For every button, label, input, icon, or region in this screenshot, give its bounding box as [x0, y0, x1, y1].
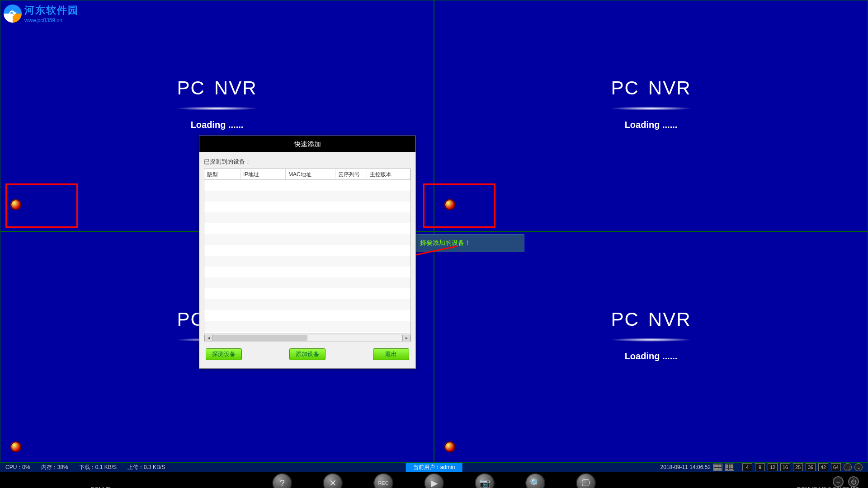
watermark-title: 河东软件园	[24, 4, 79, 17]
log-query-button[interactable]: 🔍日志查询	[524, 473, 547, 488]
title-underline	[592, 337, 710, 343]
title-underline	[158, 105, 276, 112]
current-user: 当前用户：admin	[406, 463, 462, 472]
layout-36-button[interactable]: 36	[806, 463, 816, 471]
record-indicator-icon	[444, 441, 455, 452]
layout-4-button[interactable]: 4	[742, 463, 752, 471]
layout-9-button[interactable]: 9	[755, 463, 765, 471]
probed-devices-label: 已探测到的设备：	[204, 158, 411, 166]
watermark-url: www.pc0359.cn	[24, 17, 79, 23]
upload-speed: 上传：0.3 KB/S	[127, 464, 165, 471]
device-table: 版型 IP地址 MAC地址 云序列号 主控版本 ◂ ▸	[204, 169, 411, 342]
play-icon: ▶	[424, 473, 444, 488]
layout-25-button[interactable]: 25	[793, 463, 803, 471]
app-version: PCNVR V2.0 20170423	[797, 486, 859, 488]
col-ip[interactable]: IP地址	[241, 169, 286, 179]
camera-icon: 📷	[475, 473, 495, 488]
rec-icon: REC	[373, 473, 393, 488]
fullscreen-button[interactable]: ⬚	[844, 463, 852, 471]
channel-title: PCNVR	[611, 309, 691, 330]
cpu-usage: CPU：0%	[5, 464, 30, 471]
channel-title: PCNVR	[177, 77, 257, 99]
channel-2[interactable]: PCNVR Loading ......	[434, 0, 868, 231]
monitor-icon: 🖵	[576, 473, 596, 488]
layout-3x3-icon[interactable]	[725, 464, 734, 471]
app-name: PCNVR	[90, 486, 111, 488]
layout-2x2-icon[interactable]	[713, 464, 722, 471]
snapshot-button[interactable]: 📷抓拍图像	[473, 473, 496, 488]
scroll-thumb[interactable]	[213, 335, 307, 341]
channel-4[interactable]: PCNVR Loading ......	[434, 231, 868, 463]
horizontal-scrollbar[interactable]: ◂ ▸	[204, 333, 410, 342]
channel-title: PCNVR	[611, 77, 691, 99]
download-speed: 下载：0.1 KB/S	[79, 464, 117, 471]
quick-add-dialog: 快速添加 已探测到的设备： 版型 IP地址 MAC地址 云序列号 主控版本 ◂ …	[199, 136, 416, 369]
toolbar-buttons: ?设备管理 ✕系统参数 REC录像全开 ▶录像回放 📷抓拍图像 🔍日志查询 🖵用…	[270, 473, 598, 488]
col-fw-version[interactable]: 主控版本	[367, 169, 410, 179]
exit-button[interactable]: 退出	[373, 348, 409, 360]
col-mac[interactable]: MAC地址	[286, 169, 335, 179]
layout-42-button[interactable]: 42	[818, 463, 828, 471]
loading-text: Loading ......	[625, 351, 678, 361]
loading-text: Loading ......	[191, 120, 244, 130]
watermark-logo: ⟳	[4, 5, 22, 23]
layout-64-button[interactable]: 64	[831, 463, 841, 471]
scroll-right-icon[interactable]: ▸	[402, 335, 410, 341]
status-bar: CPU：0% 内存：38% 下载：0.1 KB/S 上传：0.3 KB/S 当前…	[0, 463, 868, 472]
col-model[interactable]: 版型	[204, 169, 241, 179]
main-toolbar: PCNVR ?设备管理 ✕系统参数 REC录像全开 ▶录像回放 📷抓拍图像 🔍日…	[0, 472, 868, 488]
title-underline	[592, 105, 710, 112]
memory-usage: 内存：38%	[41, 464, 68, 471]
device-manage-button[interactable]: ?设备管理	[270, 473, 294, 488]
record-indicator-icon	[10, 441, 21, 452]
loading-text: Loading ......	[625, 120, 678, 130]
col-cloud-sn[interactable]: 云序列号	[335, 169, 367, 179]
collapse-button[interactable]: ⌄	[854, 463, 863, 471]
playback-button[interactable]: ▶录像回放	[422, 473, 446, 488]
search-icon: 🔍	[525, 473, 545, 488]
question-icon: ?	[272, 473, 292, 488]
system-params-button[interactable]: ✕系统参数	[321, 473, 344, 488]
detect-device-button[interactable]: 探测设备	[206, 348, 242, 360]
user-login-button[interactable]: 🖵用户登录	[574, 473, 598, 488]
record-all-button[interactable]: REC录像全开	[372, 473, 395, 488]
table-header: 版型 IP地址 MAC地址 云序列号 主控版本	[204, 169, 410, 180]
video-grid: PCNVR Loading ...... PCNVR Loading .....…	[0, 0, 868, 463]
tools-icon: ✕	[323, 473, 343, 488]
site-watermark: ⟳ 河东软件园 www.pc0359.cn	[4, 4, 79, 23]
layout-12-button[interactable]: 12	[768, 463, 778, 471]
table-body-empty[interactable]	[204, 180, 410, 333]
annotation-highlight-2	[423, 183, 495, 228]
scroll-left-icon[interactable]: ◂	[204, 335, 212, 341]
layout-16-button[interactable]: 16	[780, 463, 790, 471]
annotation-highlight-1	[5, 183, 78, 228]
datetime: 2018-09-11 14:06:52	[660, 464, 711, 470]
add-device-button[interactable]: 添加设备	[289, 348, 326, 360]
dialog-title: 快速添加	[199, 136, 415, 152]
